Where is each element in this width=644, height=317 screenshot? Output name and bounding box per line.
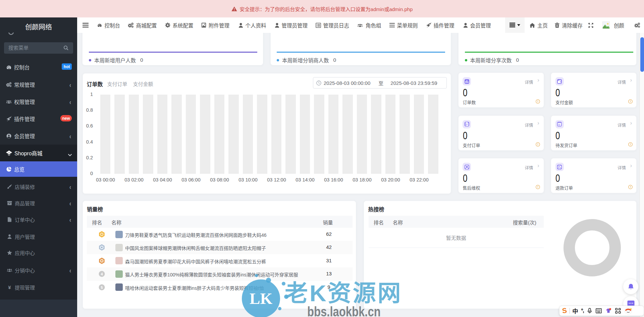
- svg-text:5: 5: [101, 285, 103, 289]
- svg-text:4: 4: [101, 272, 103, 276]
